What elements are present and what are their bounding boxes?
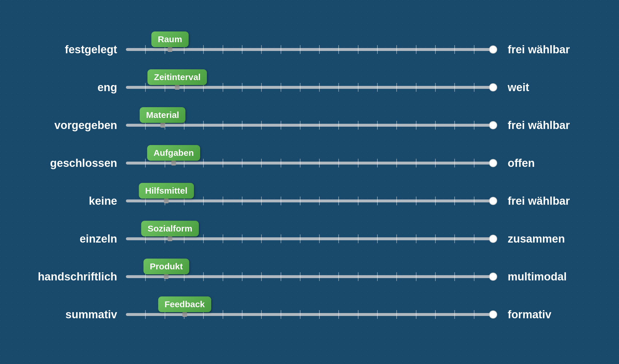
tick-mark (435, 159, 436, 167)
slider-end-circle (489, 83, 497, 91)
tick-mark (396, 83, 397, 92)
slider-row: festgelegtRaumfrei wählbar (33, 31, 586, 68)
tick-mark (358, 197, 358, 205)
slider-handle (164, 274, 169, 279)
tick-mark (358, 310, 358, 319)
slider-handle (171, 161, 176, 165)
tick-mark (319, 197, 320, 205)
slider-thumb[interactable]: Raum (152, 42, 189, 57)
slider-thumb[interactable]: Produkt (143, 269, 189, 285)
tick-mark (396, 272, 397, 281)
tick-mark (300, 83, 300, 92)
slider-2[interactable]: Material (126, 122, 493, 128)
tick-mark (358, 121, 358, 130)
slider-thumb[interactable]: Material (140, 117, 185, 133)
right-label-1: weit (493, 81, 586, 94)
tick-mark (435, 83, 436, 92)
tick-mark (474, 272, 474, 281)
tick-mark (474, 121, 474, 130)
left-label-4: keine (33, 195, 126, 207)
slider-thumb[interactable]: Hilfsmittel (139, 193, 194, 209)
tick-mark (261, 272, 262, 281)
tick-mark (358, 234, 358, 243)
tick-mark (338, 234, 339, 243)
tick-mark (377, 197, 378, 205)
tick-mark (377, 310, 378, 319)
tick-mark (281, 234, 281, 243)
left-label-6: handschriftlich (33, 271, 126, 283)
tick-mark (203, 159, 204, 167)
tick-mark (338, 83, 339, 92)
tick-mark (338, 272, 339, 281)
slider-row: vorgegebenMaterialfrei wählbar (33, 106, 586, 144)
slider-1[interactable]: Zeitinterval (126, 84, 493, 90)
left-label-5: einzeln (33, 233, 126, 245)
tick-mark (300, 234, 300, 243)
tick-mark (338, 45, 339, 54)
tick-mark (203, 197, 204, 205)
slider-handle (168, 236, 172, 241)
tick-mark (396, 197, 397, 205)
tick-mark (145, 83, 146, 92)
slider-6[interactable]: Produkt (126, 274, 493, 280)
right-label-5: zusammen (493, 233, 586, 245)
slider-label-3: Aufgaben (147, 145, 200, 161)
tick-mark (474, 234, 474, 243)
slider-handle (182, 312, 187, 317)
slider-thumb[interactable]: Sozialform (141, 231, 199, 247)
slider-thumb[interactable]: Feedback (158, 307, 211, 322)
tick-mark (396, 121, 397, 130)
slider-end-circle (489, 197, 497, 205)
right-label-2: frei wählbar (493, 119, 586, 132)
slider-end-circle (489, 121, 497, 129)
tick-mark (416, 197, 416, 205)
slider-row: summativFeedbackformativ (33, 296, 586, 333)
slider-handle (164, 199, 169, 203)
slider-0[interactable]: Raum (126, 47, 493, 52)
tick-mark (319, 45, 320, 54)
tick-mark (223, 159, 223, 167)
tick-mark (474, 159, 474, 167)
tick-mark (416, 121, 416, 130)
slider-end-circle (489, 310, 497, 319)
tick-mark (396, 45, 397, 54)
slider-thumb[interactable]: Zeitinterval (147, 79, 207, 95)
tick-mark (454, 159, 455, 167)
right-label-6: multimodal (493, 271, 586, 283)
tick-mark (377, 159, 378, 167)
right-label-3: offen (493, 157, 586, 169)
slider-row: keineHilfsmittelfrei wählbar (33, 182, 586, 220)
tick-mark (454, 45, 455, 54)
tick-mark (416, 159, 416, 167)
tick-mark (416, 234, 416, 243)
tick-mark (281, 272, 281, 281)
tick-mark (319, 272, 320, 281)
slider-thumb[interactable]: Aufgaben (147, 155, 200, 171)
slider-handle (168, 47, 172, 52)
tick-mark (261, 234, 262, 243)
slider-3[interactable]: Aufgaben (126, 160, 493, 166)
slider-4[interactable]: Hilfsmittel (126, 198, 493, 204)
tick-mark (435, 272, 436, 281)
tick-mark (300, 272, 300, 281)
tick-mark (261, 83, 262, 92)
tick-mark (377, 45, 378, 54)
slider-7[interactable]: Feedback (126, 312, 493, 317)
left-label-7: summativ (33, 308, 126, 321)
tick-mark (377, 272, 378, 281)
slider-label-1: Zeitinterval (147, 69, 207, 85)
tick-mark (223, 234, 223, 243)
tick-mark (242, 121, 242, 130)
slider-label-6: Produkt (143, 259, 189, 274)
tick-mark (474, 45, 474, 54)
slider-5[interactable]: Sozialform (126, 236, 493, 242)
tick-mark (281, 45, 281, 54)
slider-label-4: Hilfsmittel (139, 183, 194, 199)
sliders-container: festgelegtRaumfrei wählbarengZeitinterva… (33, 31, 586, 333)
left-label-3: geschlossen (33, 157, 126, 169)
tick-mark (203, 272, 204, 281)
tick-mark (435, 45, 436, 54)
slider-end-circle (489, 45, 497, 54)
tick-mark (145, 159, 146, 167)
tick-mark (454, 197, 455, 205)
